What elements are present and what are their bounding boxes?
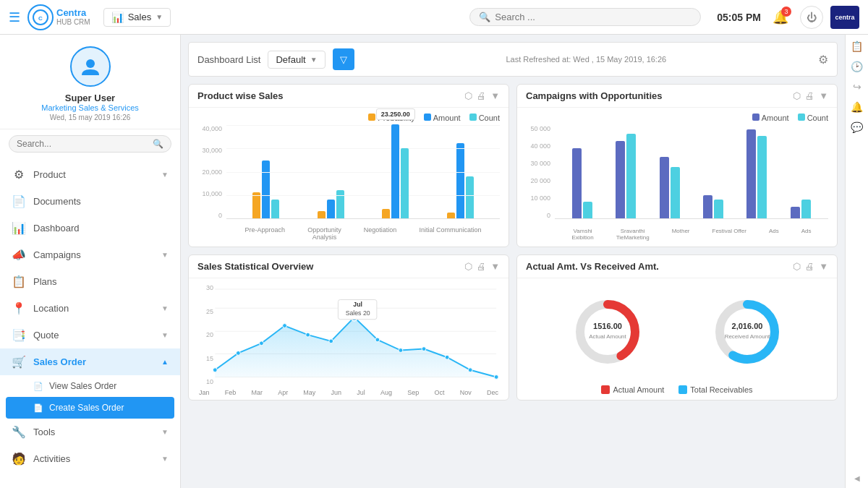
chart-legend: Amount Count (526, 114, 828, 122)
sidebar-item-activities[interactable]: 🧑 Activities ▼ (0, 445, 180, 472)
bell-button[interactable]: 🔔 3 (773, 9, 788, 25)
expand-icon[interactable]: ⬡ (464, 261, 472, 272)
avatar-text: centra (835, 14, 854, 21)
rail-collapse-icon[interactable]: ◀ (854, 474, 860, 482)
sidebar-item-location[interactable]: 📍 Location ▼ (0, 295, 180, 322)
bars-container (555, 125, 828, 218)
sidebar-item-documents[interactable]: 📄 Documents (0, 188, 180, 215)
expand-icon[interactable]: ⬡ (793, 261, 801, 272)
bar-group (746, 124, 767, 218)
sidebar-search[interactable]: 🔍 (9, 135, 171, 153)
search-bar[interactable]: 🔍 (469, 8, 701, 26)
time-display: 05:05 PM (717, 12, 761, 23)
print-icon[interactable]: 🖨 (477, 90, 486, 101)
sidebar-search-input[interactable] (17, 139, 148, 149)
line-chart-container: 1015202530 (197, 284, 500, 396)
rail-share-icon[interactable]: ↪ (853, 81, 861, 93)
dashboard-select-label: Default (276, 54, 305, 65)
right-rail: 📋 🕑 ↪ 🔔 💬 ◀ (845, 35, 868, 488)
svg-point-21 (494, 375, 498, 380)
svg-point-13 (306, 333, 310, 337)
sidebar-item-dashboard[interactable]: 📊 Dashboard (0, 215, 180, 241)
svg-point-12 (283, 324, 287, 328)
svg-point-17 (399, 348, 403, 353)
sidebar-item-label: Plans (33, 276, 169, 287)
sidebar-item-sales-order[interactable]: 🛒 Sales Order ▲ ◀ (0, 348, 180, 375)
filter-button[interactable]: ▽ (333, 48, 354, 70)
sidebar-user-section: Super User Marketing Sales & Services We… (0, 35, 180, 129)
bar-group (616, 124, 636, 218)
bar-group (703, 124, 723, 218)
user-avatar[interactable]: centra (830, 6, 859, 29)
bar (801, 200, 811, 218)
dashboard-select[interactable]: Default ▼ (268, 51, 325, 69)
expand-icon[interactable]: ⬡ (464, 90, 472, 101)
settings-icon[interactable]: ⚙ (818, 53, 828, 67)
line-chart-svg: Jul Sales 20 (197, 284, 500, 393)
refresh-text: Last Refreshed at: Wed , 15 May 2019, 16… (362, 55, 811, 64)
svg-text:1516.00: 1516.00 (593, 322, 622, 330)
svg-text:C: C (38, 15, 43, 22)
module-icon: 📊 (111, 12, 124, 23)
sidebar-item-plans[interactable]: 📋 Plans (0, 268, 180, 295)
chevron-up-icon: ▲ (161, 358, 169, 366)
bar (401, 148, 409, 218)
sales-statistical-panel: Sales Statistical Overview ⬡ 🖨 ▼ 1015202… (188, 254, 509, 401)
bar (714, 200, 723, 218)
donut-legend: Actual Amount Total Receivables (526, 385, 828, 394)
panel-title: Product wise Sales (197, 90, 460, 101)
sidebar-item-label: Documents (33, 196, 169, 207)
panel-header: Sales Statistical Overview ⬡ 🖨 ▼ (189, 255, 509, 278)
bar-group (791, 124, 811, 218)
sidebar-item-campaigns[interactable]: 📣 Campaigns ▼ (0, 241, 180, 268)
print-icon[interactable]: 🖨 (477, 261, 486, 272)
bar-group (572, 124, 592, 218)
print-icon[interactable]: 🖨 (805, 90, 814, 101)
y-axis: 1015202530 (197, 284, 213, 385)
sidebar-item-label: Quote (33, 330, 154, 341)
sidebar-item-tools[interactable]: 🔧 Tools ▼ (0, 419, 180, 445)
bar (456, 143, 464, 218)
bar (703, 195, 712, 218)
menu-icon[interactable]: ▼ (819, 90, 828, 101)
svg-text:2,016.00: 2,016.00 (731, 322, 762, 330)
chevron-down-icon: ▼ (161, 331, 169, 339)
dashboard-select-arrow: ▼ (310, 56, 318, 64)
menu-icon[interactable]: ▼ (490, 90, 500, 101)
legend-actual-color (601, 385, 610, 394)
y-axis: 010 00020 00030 00040 00050 000 (526, 125, 553, 219)
menu-icon[interactable]: ▼ (490, 261, 500, 272)
module-label: Sales (128, 12, 152, 22)
search-input[interactable] (495, 12, 692, 22)
rail-history-icon[interactable]: 🕑 (851, 61, 863, 72)
sidebar-subitem-create-sales-order[interactable]: 📄 Create Sales Order (6, 397, 174, 419)
bar-group (660, 124, 680, 218)
username: Super User (6, 93, 174, 103)
hamburger-icon[interactable]: ☰ (9, 9, 20, 25)
logo-circle: C (27, 4, 54, 30)
tools-icon: 🔧 (12, 425, 26, 439)
sidebar-item-quote[interactable]: 📑 Quote ▼ (0, 322, 180, 348)
campaigns-opportunities-panel: Campaigns with Opportunities ⬡ 🖨 ▼ Amoun… (516, 84, 838, 247)
bar-chart-area: 010 00020 00030 00040 00050 000 (526, 125, 828, 241)
power-button[interactable]: ⏻ (800, 6, 823, 29)
svg-point-9 (213, 368, 217, 372)
bar (318, 211, 326, 218)
rail-doc-icon[interactable]: 📋 (851, 40, 863, 52)
rail-chat-icon[interactable]: 💬 (851, 121, 863, 133)
module-selector[interactable]: 📊 Sales ▼ (103, 8, 171, 27)
sidebar-item-label: Location (33, 303, 154, 314)
sidebar-item-product[interactable]: ⚙ Product ▼ (0, 161, 180, 188)
print-icon[interactable]: 🖨 (805, 261, 814, 272)
legend-received-label: Total Receivables (690, 385, 752, 394)
menu-icon[interactable]: ▼ (819, 261, 828, 272)
received-donut: 2,016.00 Received Amount (711, 296, 783, 368)
sidebar-item-label: Sales Order (33, 356, 154, 367)
expand-icon[interactable]: ⬡ (793, 90, 801, 101)
panel-actions: ⬡ 🖨 ▼ (464, 90, 500, 101)
sidebar-subitem-view-sales-order[interactable]: 📄 View Sales Order (0, 375, 180, 397)
rail-alarm-icon[interactable]: 🔔 (851, 101, 863, 113)
chart-grid: 23.250.00 (226, 125, 500, 219)
bar-group: 23.250.00 (382, 124, 409, 218)
power-icon: ⏻ (807, 12, 817, 23)
